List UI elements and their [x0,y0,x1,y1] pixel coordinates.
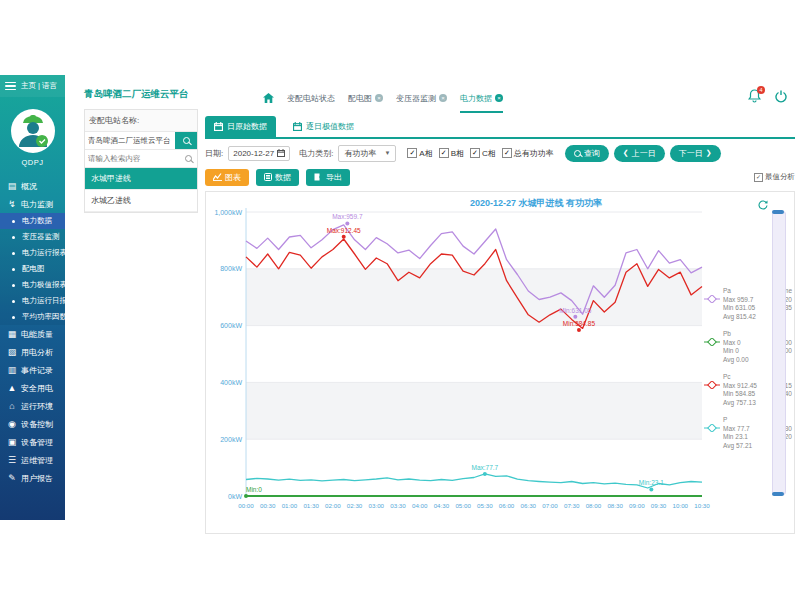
svg-text:04:00: 04:00 [412,502,428,509]
bullet-icon [12,252,15,255]
checkbox-A相[interactable]: ✓A相 [407,148,432,159]
station-list: 水城甲进线水城乙进线 [85,168,197,212]
phase-checkboxes: ✓A相✓B相✓C相✓总有功功率 [407,148,553,159]
ops-manage-icon: ☰ [7,455,17,465]
sidebar-subitem[interactable]: 变压器监测 [0,229,65,245]
sidebar-subitem[interactable]: 电力运行日报 [0,293,65,309]
sidebar-item-label: 电力运行报表 [22,248,67,258]
svg-text:00:30: 00:30 [260,502,276,509]
sidebar-item[interactable]: ☰运维管理 [0,451,65,469]
checkbox-label: C相 [482,148,496,159]
prev-day-button[interactable]: ❮上一日 [614,145,665,162]
sidebar-item-label: 用电分析 [21,347,53,358]
sidebar-item-label: 概况 [21,181,37,192]
sidebar-item[interactable]: ▥事件记录 [0,361,65,379]
sidebar-item[interactable]: ▤概况 [0,177,65,195]
svg-text:400kW: 400kW [220,379,242,386]
home-icon[interactable] [263,93,274,103]
tab-变压器监测[interactable]: 变压器监测× [396,85,447,113]
search-icon [574,150,581,157]
logout-power-icon[interactable] [775,89,787,107]
chart-restore-icon[interactable] [758,196,768,214]
power-line-chart: 0kW200kW400kW600kW800kW1,000kW00:0000:30… [206,206,776,526]
tab-电力数据[interactable]: 电力数据× [460,85,503,113]
sidebar-item-label: 安全用电 [21,383,53,394]
calendar-icon [293,122,302,131]
datazoom-handle-bottom[interactable] [772,492,784,496]
home-language-links[interactable]: 主页 | 语言 [21,81,57,91]
app-window: 主页 | 语言 QDPJ ▤概况↯电力监测电力数据变压器监测电力运行报表配电图电… [0,0,800,600]
sidebar-subitem[interactable]: 平均功率因数 [0,309,65,325]
sidebar-item[interactable]: ◉设备控制 [0,415,65,433]
sidebar-item-label: 电力监测 [21,199,53,210]
sidebar-item[interactable]: ▲安全用电 [0,379,65,397]
tab-label: 配电图 [348,93,372,104]
datazoom-handle-top[interactable] [772,210,784,214]
chart-view-button[interactable]: 图表 [205,169,249,186]
checkbox-B相[interactable]: ✓B相 [439,148,464,159]
annotation-Max:77.7: Max:77.7 [471,464,498,471]
tab-label: 变配电站状态 [287,93,335,104]
device-control-icon: ◉ [7,419,17,429]
sidebar-item-label: 平均功率因数 [22,312,67,322]
sidebar-item[interactable]: ▣设备管理 [0,433,65,451]
sidebar-item[interactable]: ✎用户报告 [0,469,65,487]
checkbox-总有功功率[interactable]: ✓总有功功率 [502,148,554,159]
export-icon [314,173,323,181]
report-icon: ✎ [7,473,17,483]
station-search-button[interactable] [175,132,197,149]
sidebar-item-label: 运行环境 [21,401,53,412]
sidebar-item[interactable]: ▨用电分析 [0,343,65,361]
tab-配电图[interactable]: 配电图× [348,85,383,113]
svg-text:800kW: 800kW [220,265,242,272]
svg-text:0kW: 0kW [228,493,242,500]
svg-text:03:00: 03:00 [369,502,385,509]
power-category-select[interactable]: 有功功率 ▼ [338,145,396,162]
tab-close-icon[interactable]: × [375,94,383,102]
view-switch-row: 图表 数据 导出 ✓ 最值分析 [205,166,795,188]
checkbox-C相[interactable]: ✓C相 [470,148,496,159]
sidebar-item-label: 电力极值报表 [22,280,67,290]
sidebar-subitem[interactable]: 电力极值报表 [0,277,65,293]
station-list-item[interactable]: 水城乙进线 [85,190,197,212]
sidebar-item[interactable]: ↯电力监测 [0,195,65,213]
notification-bell-icon[interactable]: 4 [748,89,761,107]
next-day-button[interactable]: 下一日❯ [670,145,721,162]
tab-strip: 变配电站状态配电图×变压器监测×电力数据× [287,85,503,111]
extreme-analysis-checkbox[interactable]: ✓ 最值分析 [754,172,795,182]
tab-变配电站状态[interactable]: 变配电站状态 [287,85,335,113]
query-button[interactable]: 查询 [565,145,609,162]
keyword-search-input[interactable] [85,150,185,167]
tab-close-icon[interactable]: × [439,94,447,102]
safety-icon: ▲ [7,383,17,393]
station-list-item[interactable]: 水城甲进线 [85,168,197,190]
subtab-daily-extremes[interactable]: 逐日极值数据 [284,116,363,137]
svg-text:05:00: 05:00 [455,502,471,509]
svg-text:08:00: 08:00 [586,502,602,509]
user-id: QDPJ [0,158,65,167]
data-subtabs: 日原始数据逐日极值数据 [205,111,795,139]
sidebar-item[interactable]: ⌂运行环境 [0,397,65,415]
sidebar-subitem[interactable]: 电力数据 [0,213,65,229]
svg-text:01:30: 01:30 [303,502,319,509]
data-view-button[interactable]: 数据 [256,169,299,186]
sidebar-subitem[interactable]: 电力运行报表 [0,245,65,261]
notification-count-badge: 4 [757,86,765,94]
datazoom-slider[interactable] [772,211,786,495]
station-search-input[interactable] [85,132,175,149]
bullet-icon [12,220,15,223]
tab-close-icon[interactable]: × [495,94,503,102]
sidebar-item[interactable]: ▦电能质量 [0,325,65,343]
bullet-icon [12,316,15,319]
subtab-raw-data[interactable]: 日原始数据 [205,116,276,137]
bullet-icon [12,300,15,303]
date-input[interactable]: 2020-12-27 [228,146,290,161]
sidebar-subitem[interactable]: 配电图 [0,261,65,277]
chevron-down-icon: ▼ [384,150,390,156]
svg-text:200kW: 200kW [220,436,242,443]
svg-text:05:30: 05:30 [477,502,493,509]
export-button[interactable]: 导出 [306,169,350,186]
series-P [246,474,702,488]
search-icon [183,137,190,144]
hamburger-menu-icon[interactable] [5,82,16,91]
